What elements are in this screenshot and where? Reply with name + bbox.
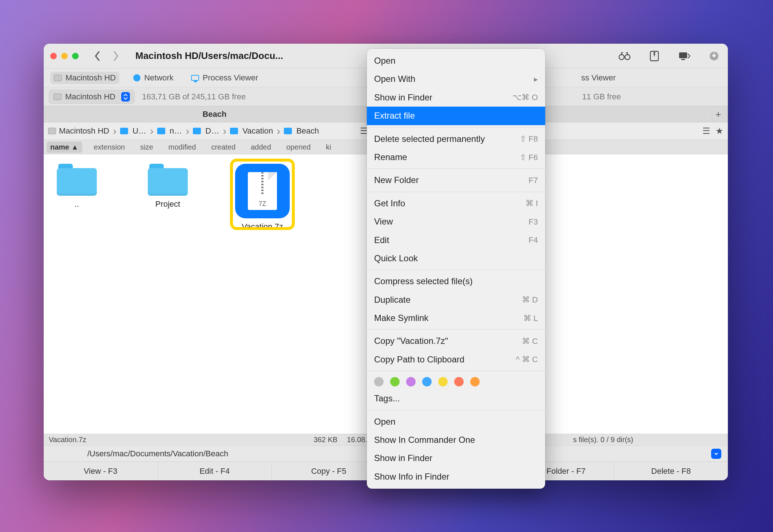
menu-item[interactable]: Extract file [367, 107, 545, 125]
col-extension[interactable]: extension [90, 142, 129, 153]
tag-color[interactable] [438, 377, 448, 386]
archive-icon[interactable] [647, 49, 662, 63]
disk-space-right: 11 GB free [582, 92, 621, 102]
nav-back[interactable] [90, 49, 105, 63]
crumb[interactable]: D… [205, 126, 219, 136]
menu-item[interactable]: Show in Finder⌥⌘ O [367, 88, 545, 107]
menu-item[interactable]: EditF4 [367, 231, 545, 249]
fav-process-viewer[interactable]: Process Viewer [187, 72, 262, 84]
window-title: Macintosh HD/Users/mac/Docu... [135, 50, 283, 61]
crumb[interactable]: Vacation [242, 126, 273, 136]
context-menu: OpenOpen With▸Show in Finder⌥⌘ OExtract … [367, 49, 545, 489]
col-size[interactable]: size [136, 142, 157, 153]
add-tab[interactable]: + [712, 108, 724, 120]
globe-icon [133, 74, 140, 82]
menu-item[interactable]: Delete selected permanently⇧ F8 [367, 130, 545, 148]
menu-item[interactable]: New FolderF7 [367, 171, 545, 189]
crumb[interactable]: n… [170, 126, 182, 136]
fn-edit[interactable]: Edit - F4 [158, 462, 272, 480]
crumb[interactable]: Macintosh HD [59, 126, 109, 136]
svg-point-1 [625, 55, 630, 60]
fav-label: Process Viewer [203, 73, 258, 83]
item-label: Vacation.7z [242, 222, 283, 231]
fav-label: Macintosh HD [66, 73, 116, 83]
tag-color[interactable] [390, 377, 400, 386]
menu-separator [367, 410, 545, 410]
tag-color[interactable] [470, 377, 480, 386]
folder-icon [120, 128, 128, 134]
connect-icon[interactable] [677, 49, 691, 63]
menu-item[interactable]: Compress selected file(s) [367, 272, 545, 290]
fav-network[interactable]: Network [130, 72, 177, 84]
disk-space: 163,71 GB of 245,11 GB free [142, 92, 246, 102]
col-added[interactable]: added [247, 142, 275, 153]
folder-project[interactable]: Project [144, 164, 191, 209]
download-icon[interactable] [707, 49, 721, 63]
menu-item[interactable]: Open [367, 413, 545, 431]
menu-item[interactable]: Rename⇧ F6 [367, 148, 545, 166]
crumb[interactable]: U… [132, 126, 146, 136]
col-opened[interactable]: opened [283, 142, 314, 153]
menu-item[interactable]: Copy Path to Clipboard^ ⌘ C [367, 350, 545, 369]
menu-item[interactable]: Show Info in Finder [367, 468, 545, 486]
breadcrumb: Macintosh HD › U… › n… › D… › Vacation ›… [44, 122, 385, 140]
item-label: .. [75, 199, 79, 209]
parent-folder[interactable]: .. [53, 164, 100, 209]
tab-label[interactable]: Beach [44, 110, 385, 119]
path-dropdown[interactable] [711, 449, 721, 459]
tab-row: Beach + [44, 106, 385, 122]
menu-item[interactable]: Show In Commander One [367, 431, 545, 449]
folder-icon [230, 128, 238, 134]
tag-color[interactable] [454, 377, 464, 386]
menu-item[interactable]: Copy "Vacation.7z"⌘ C [367, 332, 545, 350]
menu-item[interactable]: Get Info⌘ I [367, 194, 545, 213]
folder-icon [57, 164, 97, 196]
chevron-icon: › [186, 126, 189, 136]
disk-selector[interactable]: Macintosh HD [49, 90, 135, 104]
star-icon[interactable]: ★ [715, 126, 724, 136]
status-filename: Vacation.7z [49, 436, 86, 444]
tag-colors [367, 373, 545, 389]
nav-forward[interactable] [108, 49, 123, 63]
col-modified[interactable]: modified [165, 142, 200, 153]
svg-rect-4 [681, 59, 685, 60]
archive-vacation-7z[interactable]: 7Z Vacation.7z [235, 164, 290, 231]
zoom-window[interactable] [72, 53, 79, 59]
fav-macintosh-hd[interactable]: Macintosh HD [50, 72, 119, 84]
column-headers: name ▲ extension size modified created a… [44, 140, 385, 154]
close-window[interactable] [50, 53, 57, 59]
folder-icon [284, 128, 292, 134]
col-created[interactable]: created [207, 142, 239, 153]
hd-icon [53, 94, 62, 100]
hd-icon [54, 75, 62, 81]
menu-item[interactable]: Open With▸ [367, 70, 545, 88]
monitor-icon [191, 75, 199, 81]
menu-item-tags[interactable]: Tags... [367, 389, 545, 408]
left-pane: Beach + Macintosh HD › U… › n… › D… › Va… [44, 106, 386, 434]
tag-color[interactable] [422, 377, 432, 386]
minimize-window[interactable] [61, 53, 68, 59]
menu-item[interactable]: Make Symlink⌘ L [367, 309, 545, 327]
menu-item[interactable]: Show in Finder [367, 449, 545, 467]
status-size: 362 KB [314, 436, 338, 444]
col-name[interactable]: name ▲ [47, 142, 82, 153]
folder-icon [193, 128, 201, 134]
col-kind[interactable]: ki [322, 142, 335, 153]
status-counts: s file(s). 0 / 9 dir(s) [573, 436, 633, 444]
menu-separator [367, 329, 545, 330]
fav-label: ss Viewer [581, 73, 616, 83]
fav-process-viewer-right[interactable]: ss Viewer [578, 72, 619, 84]
file-grid[interactable]: .. Project 7Z Vacation.7z [44, 154, 385, 434]
menu-item[interactable]: Duplicate⌘ D [367, 291, 545, 309]
fn-delete[interactable]: Delete - F8 [614, 462, 728, 480]
tag-color[interactable] [406, 377, 416, 386]
menu-item[interactable]: Quick Look [367, 249, 545, 267]
menu-item[interactable]: ViewF3 [367, 213, 545, 231]
tag-color[interactable] [374, 377, 384, 386]
binoculars-icon[interactable] [617, 49, 632, 63]
crumb[interactable]: Beach [296, 126, 319, 136]
view-list-icon[interactable]: ☰ [702, 126, 710, 136]
menu-item[interactable]: Open [367, 52, 545, 70]
fn-view[interactable]: View - F3 [44, 462, 158, 480]
menu-separator [367, 168, 545, 169]
